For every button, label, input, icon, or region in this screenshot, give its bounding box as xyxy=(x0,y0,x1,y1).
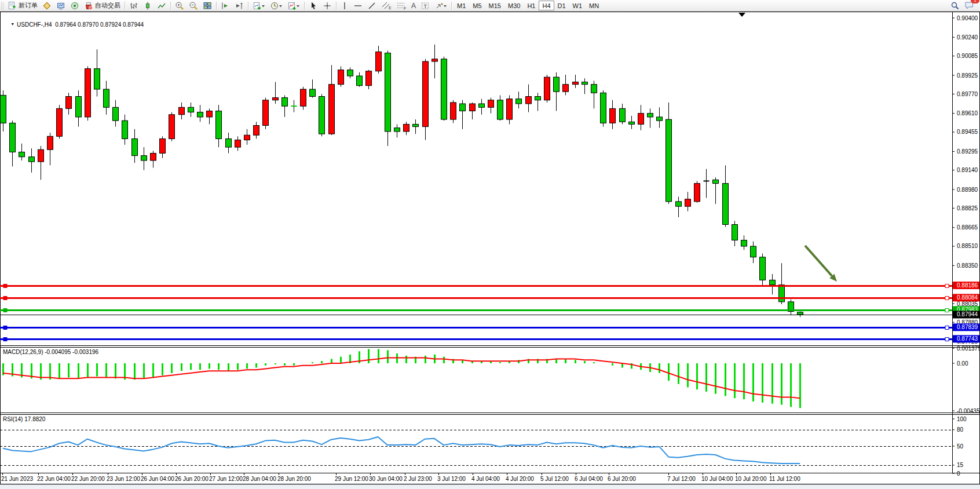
candle-body xyxy=(685,199,691,207)
crosshair-button[interactable] xyxy=(320,1,334,10)
candle-body xyxy=(338,70,344,85)
timeframe-button-H1[interactable]: H1 xyxy=(524,1,539,10)
chart-shift-button[interactable] xyxy=(218,1,232,10)
vline-tool-button[interactable] xyxy=(338,1,351,10)
cursor-button[interactable] xyxy=(306,1,320,10)
crosshair-icon xyxy=(323,1,332,10)
rsi-axis-label: 50 xyxy=(957,443,964,450)
timeframe-button-M30[interactable]: M30 xyxy=(504,1,524,10)
trendline-tool-button[interactable] xyxy=(365,1,379,10)
toolbar: 新订单 自动交易 xyxy=(0,0,980,12)
timeframe-button-D1[interactable]: D1 xyxy=(554,1,569,10)
navigator-button[interactable] xyxy=(68,1,82,10)
chart-canvas[interactable]: 0.904000.902400.900850.899250.897700.896… xyxy=(0,12,980,489)
hline-tool-button[interactable] xyxy=(351,1,365,10)
charts-button[interactable] xyxy=(40,1,54,10)
new-order-button[interactable]: 新订单 xyxy=(5,1,40,10)
candle-body xyxy=(263,100,269,126)
line-handle[interactable] xyxy=(3,297,7,300)
line-handle[interactable] xyxy=(3,326,7,330)
tile-windows-button[interactable] xyxy=(200,1,214,10)
time-label: 30 Jun 04:00 xyxy=(369,476,403,482)
candle-body xyxy=(104,89,109,107)
time-label: 11 Jul 12:00 xyxy=(769,476,800,482)
line-price-label: 0.88084 xyxy=(957,294,978,301)
time-label: 10 Jul 04:00 xyxy=(701,476,733,482)
vline-icon xyxy=(341,1,349,10)
indicators-button[interactable] xyxy=(285,1,302,10)
line-handle[interactable] xyxy=(3,284,7,288)
toolbar-separator xyxy=(216,2,217,10)
candle-body xyxy=(516,99,522,104)
line-handle[interactable] xyxy=(945,297,949,300)
candle-body xyxy=(273,98,279,100)
candle-body xyxy=(366,71,372,86)
candle-body xyxy=(235,140,241,148)
line-handle[interactable] xyxy=(945,284,949,288)
bar-chart-button[interactable] xyxy=(127,1,141,10)
candle-body xyxy=(676,202,682,206)
time-label: 23 Jun 12:00 xyxy=(107,476,140,482)
new-chart-button[interactable] xyxy=(250,1,268,10)
search-button[interactable] xyxy=(948,1,962,10)
line-handle[interactable] xyxy=(945,326,949,330)
timeframe-button-MN[interactable]: MN xyxy=(586,1,602,10)
line-handle[interactable] xyxy=(945,338,949,341)
candle-body xyxy=(741,240,747,246)
candle-body xyxy=(770,280,776,284)
zoom-in-button[interactable] xyxy=(173,1,187,10)
candle-body xyxy=(376,52,382,71)
candle-body xyxy=(460,104,466,111)
line-chart-button[interactable] xyxy=(155,1,169,10)
candle-body xyxy=(179,107,185,115)
toolbar-separator xyxy=(451,2,452,10)
channel-tool-button[interactable]: E xyxy=(379,1,394,10)
line-price-label: 0.87839 xyxy=(957,324,978,330)
fibonacci-tool-button[interactable]: F xyxy=(394,1,409,10)
candle-body xyxy=(66,96,72,108)
market-watch-button[interactable] xyxy=(54,1,68,10)
text-tool-button[interactable]: A xyxy=(409,1,418,10)
new-order-icon xyxy=(8,1,17,10)
line-handle[interactable] xyxy=(3,338,7,341)
label-tool-button[interactable]: T xyxy=(418,1,432,10)
line-handle[interactable] xyxy=(3,309,7,312)
autotrading-icon xyxy=(84,1,93,10)
time-label: 28 Jun 20:00 xyxy=(277,476,311,482)
line-handle[interactable] xyxy=(945,309,949,312)
time-label: 10 Jul 20:00 xyxy=(735,476,767,482)
auto-scroll-button[interactable] xyxy=(232,1,246,10)
candle-body xyxy=(591,85,597,93)
candle-body xyxy=(432,59,438,61)
toolbar-grip[interactable] xyxy=(1,2,4,10)
candle-body xyxy=(554,77,560,92)
chart-title-caret-icon[interactable]: ▼ xyxy=(10,22,14,26)
bar-chart-icon xyxy=(129,1,138,10)
label-icon: T xyxy=(420,1,430,10)
candlestick-button[interactable] xyxy=(141,1,155,10)
candle-body xyxy=(216,111,222,139)
autotrading-label: 自动交易 xyxy=(95,1,120,10)
timeframe-button-M15[interactable]: M15 xyxy=(485,1,504,10)
time-label: 7 Jul 12:00 xyxy=(667,476,696,482)
time-label: 26 Jun 20:00 xyxy=(175,476,209,482)
candle-body xyxy=(357,76,363,86)
arrows-tool-button[interactable] xyxy=(432,1,449,10)
rsi-axis-label: 100 xyxy=(957,416,967,422)
candle-body xyxy=(573,82,579,84)
price-tick-label: 0.88665 xyxy=(957,224,978,231)
timeframe-button-W1[interactable]: W1 xyxy=(569,1,586,10)
candle-body xyxy=(151,153,156,160)
auto-scroll-icon xyxy=(235,1,244,10)
candle-body xyxy=(57,108,63,136)
timeframe-button-M5[interactable]: M5 xyxy=(469,1,485,10)
candle-body xyxy=(413,124,419,126)
timeframe-button-M1[interactable]: M1 xyxy=(454,1,469,10)
time-label: 4 Jul 20:00 xyxy=(506,476,534,482)
periods-button[interactable] xyxy=(268,1,285,10)
price-tick-label: 0.89455 xyxy=(957,129,978,135)
candle-body xyxy=(38,149,44,162)
zoom-out-button[interactable] xyxy=(187,1,200,10)
timeframe-button-H4[interactable]: H4 xyxy=(539,1,554,10)
autotrading-button[interactable]: 自动交易 xyxy=(82,1,123,10)
